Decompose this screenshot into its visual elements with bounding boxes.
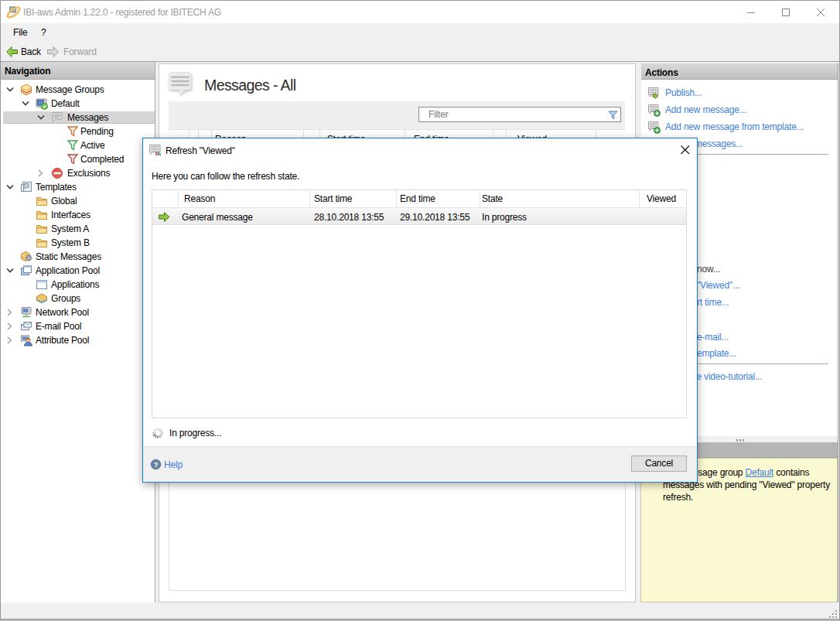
svg-text:?: ?: [154, 460, 159, 469]
